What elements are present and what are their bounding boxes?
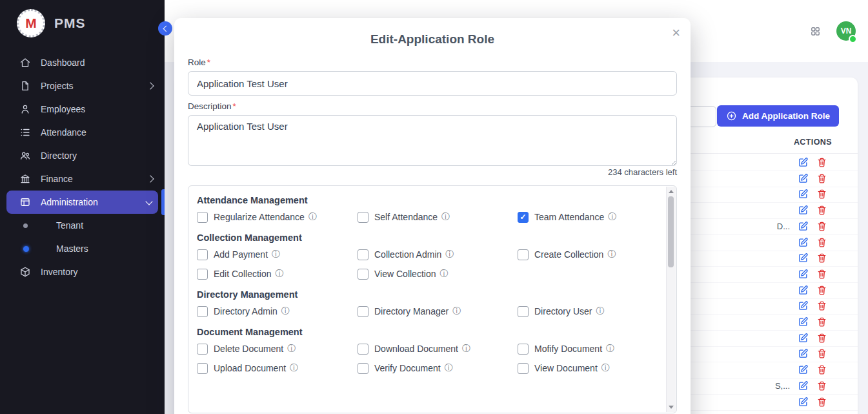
mofify-document-checkbox[interactable] — [518, 344, 529, 355]
logo-row: M PMS — [0, 0, 165, 44]
chevron-left-icon — [163, 25, 169, 32]
permission-item: Upload Documentⓘ — [197, 362, 358, 375]
info-icon: ⓘ — [601, 362, 610, 374]
scrollbar-down-arrow[interactable] — [669, 406, 674, 409]
sidebar-item-label: Directory — [41, 150, 77, 161]
regularize-attendance-checkbox[interactable] — [197, 212, 208, 223]
permission-section-attendance-management: Attendance ManagementRegularize Attendan… — [197, 195, 666, 223]
sidebar-item-attendance[interactable]: Attendance — [0, 121, 165, 144]
add-payment-checkbox[interactable] — [197, 249, 208, 260]
permission-label: Delete Document — [214, 344, 283, 354]
delete-icon[interactable] — [816, 173, 827, 184]
download-document-checkbox[interactable] — [358, 344, 368, 355]
edit-icon[interactable] — [798, 333, 809, 344]
permission-label: Directory User — [534, 306, 592, 316]
directory-user-checkbox[interactable] — [518, 306, 529, 317]
delete-icon[interactable] — [816, 364, 827, 375]
permission-label: View Document — [534, 363, 598, 373]
permission-label: Download Document — [374, 344, 458, 354]
apps-grid-icon[interactable] — [810, 26, 821, 37]
permission-label: Mofify Document — [534, 344, 602, 354]
sidebar-item-label: Masters — [56, 243, 88, 254]
sidebar-item-projects[interactable]: Projects — [0, 74, 165, 98]
delete-icon[interactable] — [816, 300, 827, 311]
permissions-scrollbar[interactable] — [666, 187, 676, 412]
delete-icon[interactable] — [816, 333, 827, 344]
info-icon: ⓘ — [596, 305, 604, 317]
sidebar-item-tenant[interactable]: Tenant — [0, 214, 165, 237]
edit-icon[interactable] — [798, 364, 809, 375]
sidebar-item-masters[interactable]: Masters — [0, 237, 165, 260]
sidebar-item-administration[interactable]: Administration — [6, 191, 158, 214]
delete-icon[interactable] — [816, 316, 827, 327]
edit-icon[interactable] — [798, 285, 809, 296]
info-icon: ⓘ — [607, 249, 616, 260]
permission-item: Create Collectionⓘ — [518, 248, 666, 261]
permission-item: Verify Documentⓘ — [358, 362, 518, 375]
delete-icon[interactable] — [816, 221, 827, 232]
edit-icon[interactable] — [798, 348, 809, 359]
close-icon[interactable]: × — [672, 23, 680, 43]
delete-document-checkbox[interactable] — [197, 344, 208, 355]
permission-section-title: Document Management — [197, 327, 666, 337]
delete-icon[interactable] — [816, 237, 827, 248]
delete-icon[interactable] — [816, 397, 827, 408]
sidebar-collapse-button[interactable] — [158, 21, 172, 36]
permission-label: Create Collection — [534, 249, 603, 260]
delete-icon[interactable] — [816, 253, 827, 264]
create-collection-checkbox[interactable] — [518, 249, 529, 260]
view-collection-checkbox[interactable] — [358, 269, 368, 280]
permission-item: Regularize Attendanceⓘ — [197, 211, 358, 223]
edit-icon[interactable] — [798, 221, 809, 232]
edit-icon[interactable] — [798, 157, 809, 168]
sidebar-item-inventory[interactable]: Inventory — [0, 260, 165, 284]
description-textarea[interactable]: Application Test User — [188, 115, 677, 166]
edit-icon[interactable] — [798, 189, 809, 200]
verify-document-checkbox[interactable] — [358, 363, 368, 374]
edit-collection-checkbox[interactable] — [197, 269, 208, 280]
sidebar-item-label: Employees — [41, 104, 85, 114]
info-icon: ⓘ — [439, 268, 448, 280]
edit-icon[interactable] — [798, 253, 809, 264]
scrollbar-up-arrow[interactable] — [669, 190, 674, 193]
edit-icon[interactable] — [798, 205, 809, 216]
team-attendance-checkbox[interactable]: ✓ — [518, 212, 529, 223]
directory-admin-checkbox[interactable] — [197, 306, 208, 317]
edit-icon[interactable] — [798, 316, 809, 327]
delete-icon[interactable] — [816, 269, 827, 280]
delete-icon[interactable] — [816, 285, 827, 296]
edit-icon[interactable] — [798, 397, 809, 408]
edit-icon[interactable] — [798, 300, 809, 311]
scrollbar-thumb[interactable] — [668, 196, 674, 267]
active-bullet-icon — [23, 246, 29, 252]
directory-manager-checkbox[interactable] — [358, 306, 368, 317]
sidebar-item-finance[interactable]: Finance — [0, 167, 165, 191]
sidebar-item-employees[interactable]: Employees — [0, 98, 165, 121]
collection-admin-checkbox[interactable] — [358, 249, 368, 260]
delete-icon[interactable] — [816, 205, 827, 216]
info-icon: ⓘ — [606, 343, 614, 355]
delete-icon[interactable] — [816, 189, 827, 200]
permissions-panel-content: Attendance ManagementRegularize Attendan… — [188, 186, 666, 413]
sidebar-item-directory[interactable]: Directory — [0, 144, 165, 167]
permission-grid: Delete DocumentⓘDownload DocumentⓘMofify… — [197, 342, 666, 375]
upload-document-checkbox[interactable] — [197, 363, 208, 374]
info-icon: ⓘ — [608, 211, 616, 223]
role-input[interactable] — [188, 71, 677, 96]
self-attendance-checkbox[interactable] — [358, 212, 368, 223]
sidebar-item-dashboard[interactable]: Dashboard — [0, 51, 165, 74]
inventory-icon — [19, 266, 32, 278]
info-icon: ⓘ — [445, 249, 454, 260]
delete-icon[interactable] — [816, 380, 827, 391]
edit-icon[interactable] — [798, 237, 809, 248]
sidebar-item-label: Finance — [41, 174, 73, 184]
delete-icon[interactable] — [816, 348, 827, 359]
edit-icon[interactable] — [798, 269, 809, 280]
delete-icon[interactable] — [816, 157, 827, 168]
permission-label: Regularize Attendance — [214, 212, 305, 222]
edit-icon[interactable] — [798, 173, 809, 184]
view-document-checkbox[interactable] — [518, 363, 529, 374]
info-icon: ⓘ — [290, 362, 298, 374]
info-icon: ⓘ — [462, 343, 470, 355]
edit-icon[interactable] — [798, 380, 809, 391]
